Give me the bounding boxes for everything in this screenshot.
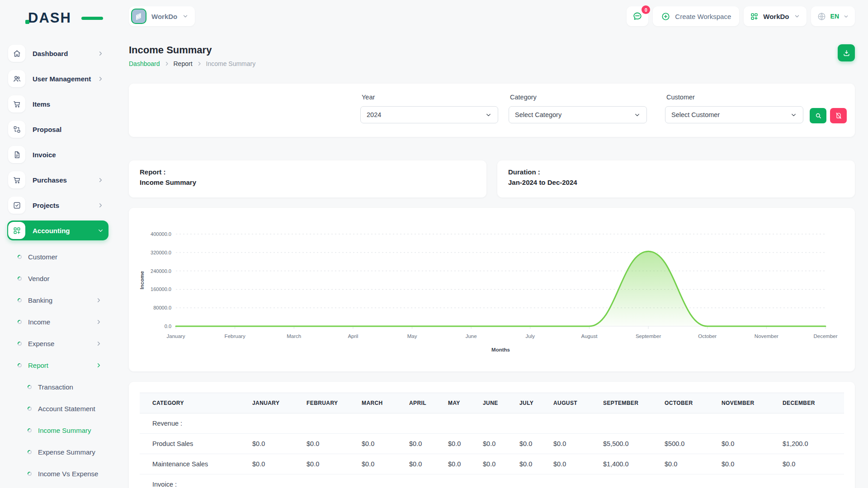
- svg-text:December: December: [813, 333, 837, 339]
- svg-text:January: January: [167, 333, 185, 339]
- svg-text:November: November: [755, 333, 778, 339]
- workspace-label: WorkDo: [151, 13, 177, 20]
- users-icon: [8, 70, 25, 87]
- search-button[interactable]: [810, 108, 826, 123]
- svg-text:May: May: [407, 333, 417, 339]
- download-button[interactable]: [838, 44, 855, 61]
- breadcrumb-report[interactable]: Report: [174, 60, 193, 67]
- table-cell: $0.0: [307, 454, 362, 474]
- sidebar-item-banking[interactable]: Banking: [7, 289, 108, 311]
- sidebar-item-expense-summary[interactable]: Expense Summary: [7, 441, 108, 463]
- bullet-ring-icon: [17, 298, 22, 303]
- report-card: Report : Income Summary: [129, 160, 486, 197]
- chevron-down-icon: [97, 227, 104, 234]
- table-cell: $0.0: [252, 434, 307, 454]
- svg-text:Months: Months: [491, 347, 510, 352]
- sidebar-item-income[interactable]: Income: [7, 311, 108, 333]
- workspace-switcher[interactable]: WorkDo: [744, 6, 806, 26]
- year-label: Year: [360, 94, 498, 101]
- bullet-ring-icon: [17, 319, 22, 324]
- building-icon: [131, 9, 146, 24]
- table-cell: $0.0: [722, 454, 783, 474]
- reset-filter-button[interactable]: [830, 108, 847, 123]
- sidebar-item-vendor[interactable]: Vendor: [7, 267, 108, 289]
- svg-text:160000.0: 160000.0: [151, 286, 171, 292]
- summary-row: Report : Income Summary Duration : Jan-2…: [129, 160, 855, 197]
- svg-text:October: October: [698, 333, 717, 339]
- sidebar-item-accounting[interactable]: Accounting: [7, 221, 108, 240]
- customer-select[interactable]: Select Customer: [665, 106, 803, 123]
- table-header-cell: APRIL: [409, 393, 448, 413]
- report-label: Report :: [140, 167, 476, 177]
- bullet-ring-icon: [17, 276, 22, 281]
- header-actions: 0 Create Workspace WorkDo: [627, 6, 855, 26]
- table-header-cell: JANUARY: [252, 393, 307, 413]
- language-selector[interactable]: EN: [811, 6, 855, 26]
- sidebar-item-report[interactable]: Report: [7, 354, 108, 376]
- sidebar-item-income-summary[interactable]: Income Summary: [7, 419, 108, 441]
- chevron-right-icon: [95, 362, 102, 369]
- logo-dot: [25, 20, 29, 24]
- sidebar-item-user-management[interactable]: User Management: [7, 69, 108, 89]
- table-header-cell: OCTOBER: [665, 393, 722, 413]
- cart-icon: [8, 95, 25, 113]
- table-cell: $1,400.0: [603, 454, 665, 474]
- check-square-icon: [8, 197, 25, 214]
- brand-logo[interactable]: DASH: [28, 10, 91, 28]
- sidebar-item-income-vs-expense[interactable]: Income Vs Expense: [7, 463, 108, 484]
- customer-label: Customer: [665, 94, 803, 101]
- table-section-row: Revenue :: [140, 413, 844, 434]
- table-header-cell: FEBRUARY: [307, 393, 362, 413]
- table-cell: $0.0: [307, 434, 362, 454]
- duration-label: Duration :: [508, 167, 844, 177]
- chat-icon: [632, 11, 643, 22]
- bullet-ring-icon: [27, 471, 32, 476]
- table-row-label: Product Sales: [140, 434, 252, 454]
- svg-text:February: February: [225, 333, 245, 339]
- bullet-ring-icon: [17, 363, 22, 368]
- category-value: Select Category: [515, 111, 561, 118]
- table-cell: $0.0: [665, 454, 722, 474]
- breadcrumb-current: Income Summary: [206, 60, 256, 67]
- category-select[interactable]: Select Category: [509, 106, 647, 123]
- breadcrumb-dashboard[interactable]: Dashboard: [129, 60, 160, 67]
- income-summary-table-card: CATEGORYJANUARYFEBRUARYMARCHAPRILMAYJUNE…: [129, 382, 855, 488]
- chevron-right-icon: [95, 297, 102, 304]
- customer-filter: Customer Select Customer: [665, 94, 803, 123]
- messages-button[interactable]: 0: [627, 6, 648, 26]
- table-cell: $5,500.0: [603, 434, 665, 454]
- search-icon: [815, 112, 822, 119]
- chevron-down-icon: [634, 112, 641, 118]
- brand-name: DASH: [28, 10, 71, 26]
- sidebar-item-account-statement[interactable]: Account Statement: [7, 398, 108, 419]
- workspace-pill[interactable]: WorkDo: [129, 6, 195, 26]
- grid-plus-icon: [8, 222, 25, 239]
- sidebar-item-proposal[interactable]: Proposal: [7, 119, 108, 139]
- chevron-right-icon: [97, 75, 104, 82]
- grid-plus-icon: [750, 12, 759, 21]
- workspace-switcher-label: WorkDo: [763, 13, 789, 20]
- table-cell: $0.0: [409, 454, 448, 474]
- sidebar-item-projects[interactable]: Projects: [7, 195, 108, 215]
- sidebar-item-customer[interactable]: Customer: [7, 246, 108, 267]
- create-workspace-button[interactable]: Create Workspace: [653, 6, 739, 26]
- table-header-cell: SEPTEMBER: [603, 393, 665, 413]
- svg-text:240000.0: 240000.0: [151, 268, 171, 274]
- bullet-ring-icon: [27, 385, 32, 389]
- page-head: Income Summary Dashboard Report Income S…: [129, 44, 855, 67]
- sidebar-item-transaction[interactable]: Transaction: [7, 376, 108, 398]
- table-header-cell: DECEMBER: [783, 393, 844, 413]
- cart-icon: [8, 171, 25, 188]
- breadcrumb: Dashboard Report Income Summary: [129, 60, 255, 67]
- sidebar-item-invoice[interactable]: Invoice: [7, 145, 108, 164]
- swap-icon: [8, 121, 25, 138]
- sidebar-item-expense[interactable]: Expense: [7, 333, 108, 354]
- sidebar-item-items[interactable]: Items: [7, 94, 108, 114]
- chevron-right-icon: [95, 319, 102, 325]
- chevron-right-icon: [197, 61, 202, 66]
- sidebar-item-purchases[interactable]: Purchases: [7, 170, 108, 190]
- sidebar-item-dashboard[interactable]: Dashboard: [7, 43, 108, 63]
- filter-card: Year 2024 Category Select Category Custo…: [129, 84, 855, 137]
- year-select[interactable]: 2024: [360, 106, 498, 123]
- sidebar: DASH DashboardUser ManagementItemsPropos…: [0, 0, 116, 488]
